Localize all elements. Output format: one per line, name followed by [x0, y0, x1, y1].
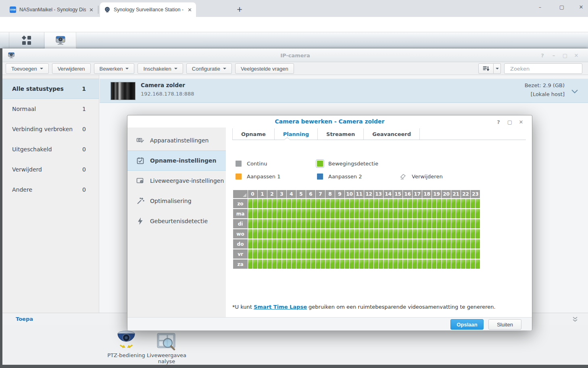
schedule-hour-header[interactable]: 11 [354, 190, 364, 198]
collapse-double-chevron-icon[interactable] [572, 316, 578, 324]
schedule-cell[interactable] [296, 249, 301, 259]
schedule-hour-header[interactable]: 13 [374, 190, 383, 198]
schedule-cell[interactable] [301, 259, 306, 269]
schedule-cell[interactable] [446, 209, 451, 218]
schedule-cell[interactable] [359, 219, 364, 228]
schedule-cell[interactable] [374, 249, 378, 259]
schedule-cell[interactable] [388, 229, 393, 238]
schedule-cell[interactable] [388, 199, 393, 208]
schedule-cell[interactable] [422, 219, 427, 228]
schedule-cell[interactable] [398, 249, 402, 259]
browser-minimize-button[interactable]: – [533, 0, 547, 14]
schedule-cell[interactable] [321, 199, 325, 208]
browser-tab-surveillance[interactable]: Synology Surveillance Station - N ✕ [100, 2, 196, 17]
schedule-cell[interactable] [258, 219, 262, 228]
schedule-cell[interactable] [248, 239, 252, 249]
camera-list-row[interactable]: Camera zolder 192.168.178.18:888 Bezet: … [100, 79, 588, 103]
main-menu-button[interactable] [9, 32, 44, 48]
schedule-cell[interactable] [258, 229, 262, 238]
schedule-hour-header[interactable]: 7 [316, 190, 325, 198]
schedule-cell[interactable] [388, 209, 393, 218]
search-input[interactable] [510, 66, 579, 72]
schedule-cell[interactable] [292, 219, 296, 228]
schedule-cell[interactable] [427, 249, 432, 259]
schedule-cell[interactable] [267, 239, 272, 249]
schedule-cell[interactable] [374, 219, 378, 228]
schedule-hour-header[interactable]: 10 [345, 190, 354, 198]
schedule-cell[interactable] [364, 209, 369, 218]
schedule-cell[interactable] [432, 199, 436, 208]
schedule-cell[interactable] [466, 249, 470, 259]
schedule-cell[interactable] [311, 199, 315, 208]
schedule-cell[interactable] [427, 209, 432, 218]
schedule-cell[interactable] [282, 249, 286, 259]
schedule-cell[interactable] [456, 239, 461, 249]
schedule-cell[interactable] [354, 239, 359, 249]
schedule-cell[interactable] [432, 229, 436, 238]
schedule-cell[interactable] [282, 259, 286, 269]
schedule-cell[interactable] [374, 259, 378, 269]
schedule-cell[interactable] [466, 239, 470, 249]
schedule-cell[interactable] [325, 199, 330, 208]
schedule-cell[interactable] [461, 209, 465, 218]
schedule-cell[interactable] [321, 259, 325, 269]
schedule-cell[interactable] [263, 239, 267, 249]
schedule-cell[interactable] [403, 219, 407, 228]
schedule-cell[interactable] [296, 209, 301, 218]
schedule-cell[interactable] [369, 229, 373, 238]
schedule-cell[interactable] [451, 209, 456, 218]
schedule-cell[interactable] [277, 249, 281, 259]
legend-continu[interactable]: Continu [236, 161, 317, 167]
schedule-cell[interactable] [272, 239, 277, 249]
aanpassen-1-swatch[interactable] [236, 174, 242, 180]
schedule-cell[interactable] [446, 259, 451, 269]
schedule-cell[interactable] [422, 259, 427, 269]
schedule-cell[interactable] [316, 239, 320, 249]
schedule-cell[interactable] [272, 219, 277, 228]
schedule-cell[interactable] [422, 199, 427, 208]
schedule-cell[interactable] [282, 229, 286, 238]
schedule-cell[interactable] [422, 229, 427, 238]
sidebar-item-alle-statustypes[interactable]: Alle statustypes1 [2, 79, 99, 99]
schedule-hour-header[interactable]: 0 [248, 190, 257, 198]
tab-geavanceerd[interactable]: Geavanceerd [364, 128, 420, 140]
schedule-cell[interactable] [398, 229, 402, 238]
schedule-cell[interactable] [292, 199, 296, 208]
schedule-cell[interactable] [427, 229, 432, 238]
schedule-cell[interactable] [408, 229, 412, 238]
schedule-cell[interactable] [263, 219, 267, 228]
schedule-cell[interactable] [475, 229, 480, 238]
schedule-cell[interactable] [311, 239, 315, 249]
schedule-cell[interactable] [393, 229, 398, 238]
schedule-cell[interactable] [379, 199, 383, 208]
schedule-cell[interactable] [350, 249, 354, 259]
schedule-cell[interactable] [417, 249, 422, 259]
schedule-hour-header[interactable]: 22 [461, 190, 470, 198]
schedule-cell[interactable] [321, 229, 325, 238]
toevoegen-button[interactable]: Toevoegen [6, 63, 49, 74]
schedule-cell[interactable] [471, 249, 475, 259]
schedule-cell[interactable] [287, 239, 291, 249]
veelgestelde-vragen-button[interactable]: Veelgestelde vragen [235, 63, 294, 74]
schedule-cell[interactable] [325, 239, 330, 249]
schedule-cell[interactable] [471, 239, 475, 249]
schedule-cell[interactable] [417, 219, 422, 228]
window-maximize-button[interactable]: ▢ [560, 52, 570, 59]
schedule-cell[interactable] [461, 219, 465, 228]
schedule-cell[interactable] [340, 249, 344, 259]
schedule-hour-header[interactable]: 20 [442, 190, 451, 198]
schedule-cell[interactable] [253, 199, 257, 208]
schedule-cell[interactable] [296, 199, 301, 208]
schedule-cell[interactable] [413, 259, 417, 269]
schedule-cell[interactable] [277, 219, 281, 228]
schedule-cell[interactable] [282, 209, 286, 218]
schedule-cell[interactable] [417, 209, 422, 218]
sort-button[interactable] [478, 63, 494, 74]
window-minimize-button[interactable]: – [548, 52, 559, 59]
schedule-cell[interactable] [263, 199, 267, 208]
schedule-cell[interactable] [432, 249, 436, 259]
schedule-hour-header[interactable]: 9 [335, 190, 344, 198]
schedule-cell[interactable] [393, 219, 398, 228]
schedule-cell[interactable] [321, 219, 325, 228]
schedule-cell[interactable] [369, 219, 373, 228]
